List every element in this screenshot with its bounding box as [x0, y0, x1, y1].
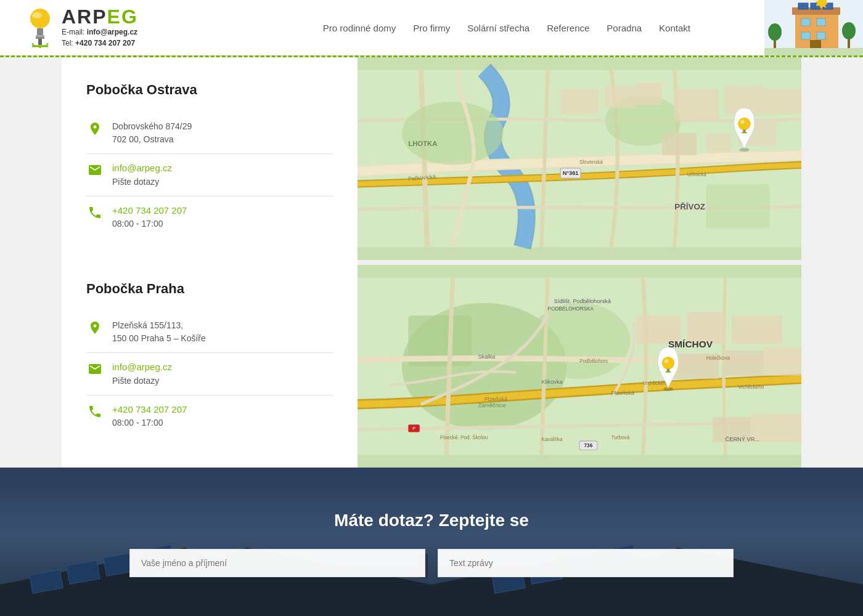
nav-item-pro-firmy[interactable]: Pro firmy: [413, 23, 450, 33]
svg-text:P: P: [412, 426, 415, 431]
map-praha-svg: Sídlišt. Podbělohorská PODBELOHORSKA Kli…: [358, 265, 801, 468]
nav-item-poradna[interactable]: Poradna: [607, 23, 642, 33]
svg-text:Plzeňská: Plzeňská: [485, 396, 508, 402]
location-icon-2: [86, 319, 104, 336]
svg-text:SMÍCHOV: SMÍCHOV: [668, 339, 713, 349]
svg-text:N°361: N°361: [563, 170, 579, 176]
main-nav: Pro rodinné domy Pro firmy Solární střec…: [175, 23, 838, 33]
svg-text:Plzeňská: Plzeňská: [611, 390, 634, 396]
nav-item-reference[interactable]: Reference: [547, 23, 589, 33]
svg-text:Učinická: Učinická: [687, 172, 706, 177]
svg-text:736: 736: [584, 443, 593, 448]
svg-point-0: [30, 9, 50, 28]
svg-text:LHOTKA: LHOTKA: [408, 140, 437, 147]
branches-panel: Pobočka Ostrava Dobrovského 874/29 702 0…: [62, 57, 358, 468]
svg-text:PŘÍVOZ: PŘÍVOZ: [674, 202, 705, 211]
svg-rect-63: [726, 351, 764, 376]
svg-point-85: [665, 359, 668, 363]
praha-phone-link[interactable]: +420 734 207 207: [112, 403, 187, 417]
svg-text:Slovenská: Slovenská: [579, 160, 603, 165]
svg-rect-4: [36, 37, 44, 39]
svg-rect-42: [662, 133, 697, 155]
svg-text:Pisecké. Pod. Školou: Pisecké. Pod. Školou: [440, 434, 488, 440]
ostrava-phone-link[interactable]: +420 734 207 207: [112, 204, 187, 218]
svg-rect-87: [666, 371, 671, 373]
svg-rect-18: [817, 32, 825, 39]
svg-text:Holečkova: Holečkova: [706, 355, 730, 361]
svg-text:Klikovka: Klikovka: [541, 379, 563, 385]
site-header: ARPEG E-mail: info@arpeg.cz Tel: +420 73…: [0, 0, 863, 55]
ostrava-email-text: info@arpeg.cz Pište dotazy: [112, 161, 172, 188]
cta-form: [129, 549, 734, 577]
ostrava-email-link[interactable]: info@arpeg.cz: [112, 161, 172, 176]
ostrava-address: Dobrovského 874/29 702 00, Ostrava: [86, 113, 333, 154]
svg-point-12: [768, 23, 782, 41]
svg-rect-64: [763, 347, 801, 376]
svg-text:Skalka: Skalka: [478, 354, 496, 360]
ostrava-phone: +420 734 207 207 08:00 - 17:00: [86, 197, 333, 238]
svg-text:ČERNÝ VR...: ČERNÝ VR...: [726, 436, 760, 442]
nav-item-solarni-strecha[interactable]: Solární střecha: [467, 23, 530, 33]
svg-text:Turbová: Turbová: [611, 435, 629, 440]
svg-text:Kavalírka: Kavalírka: [541, 437, 563, 442]
branch-ostrava: Pobočka Ostrava Dobrovského 874/29 702 0…: [86, 82, 333, 250]
email-icon-2: [86, 360, 104, 378]
svg-point-1: [32, 12, 42, 18]
phone-icon: [86, 204, 104, 221]
svg-rect-39: [763, 89, 801, 114]
praha-phone-text: +420 734 207 207 08:00 - 17:00: [112, 403, 187, 430]
nav-item-pro-rodinne-domy[interactable]: Pro rodinné domy: [323, 23, 396, 33]
svg-rect-41: [706, 133, 732, 152]
svg-rect-35: [605, 86, 636, 108]
nav-item-kontakt[interactable]: Kontakt: [659, 23, 690, 33]
svg-point-84: [662, 357, 675, 370]
praha-email: info@arpeg.cz Pište dotazy: [86, 353, 333, 395]
logo-text: ARPEG E-mail: info@arpeg.cz Tel: +420 73…: [62, 7, 138, 49]
logo-name-highlight: E: [107, 6, 121, 28]
contact-container: Pobočka Ostrava Dobrovského 874/29 702 0…: [62, 57, 801, 468]
svg-rect-16: [817, 18, 825, 26]
svg-rect-15: [801, 18, 810, 26]
praha-address-text: Plzeňská 155/113, 150 00 Praha 5 – Košíř…: [112, 319, 206, 345]
svg-rect-36: [637, 83, 662, 105]
header-email-link[interactable]: info@arpeg.cz: [87, 28, 137, 36]
svg-point-31: [402, 102, 504, 165]
svg-rect-29: [764, 48, 863, 55]
logo-icon: [25, 6, 55, 49]
ostrava-email: info@arpeg.cz Pište dotazy: [86, 154, 333, 197]
cta-name-input[interactable]: [129, 549, 425, 577]
cta-title: Máte dotaz? Zeptejte se: [334, 511, 529, 530]
cta-message-input[interactable]: [438, 549, 734, 577]
svg-rect-54: [742, 132, 746, 133]
cta-background: [0, 468, 863, 616]
svg-text:Záměčnice: Záměčnice: [478, 402, 505, 408]
ostrava-address-text: Dobrovského 874/29 702 00, Ostrava: [112, 120, 192, 146]
praha-email-text: info@arpeg.cz Pište dotazy: [112, 360, 172, 387]
maps-panel: Peřkovická Slovenská Učinická LHOTKA PŘÍ…: [358, 57, 801, 468]
svg-rect-37: [674, 89, 719, 120]
svg-rect-61: [732, 315, 782, 344]
phone-icon-2: [86, 403, 104, 420]
praha-email-link[interactable]: info@arpeg.cz: [112, 360, 172, 375]
branch-praha: Pobočka Praha Plzeňská 155/113, 150 00 P…: [86, 281, 333, 449]
header-phone-link[interactable]: +420 734 207 207: [75, 39, 135, 47]
svg-text:Podbělohors: Podbělohors: [579, 359, 608, 364]
svg-rect-34: [560, 89, 599, 114]
svg-rect-3: [36, 35, 44, 37]
praha-phone: +420 734 207 207 08:00 - 17:00: [86, 395, 333, 437]
header-illustration: [764, 0, 863, 55]
logo-area: ARPEG E-mail: info@arpeg.cz Tel: +420 73…: [25, 6, 138, 49]
svg-point-51: [738, 118, 751, 131]
praha-address: Plzeňská 155/113, 150 00 Praha 5 – Košíř…: [86, 312, 333, 353]
branch-ostrava-title: Pobočka Ostrava: [86, 82, 333, 98]
svg-text:PODBELOHORSKA: PODBELOHORSKA: [548, 306, 594, 312]
logo-name: ARPEG: [62, 7, 138, 26]
logo-contact: E-mail: info@arpeg.cz Tel: +420 734 207 …: [62, 26, 138, 49]
svg-text:Sídlišt. Podbělohorská: Sídlišt. Podbělohorská: [554, 298, 611, 304]
map-ostrava[interactable]: Peřkovická Slovenská Učinická LHOTKA PŘÍ…: [358, 57, 801, 260]
svg-text:Vrchlického: Vrchlického: [738, 384, 764, 390]
svg-rect-33: [706, 184, 770, 229]
map-praha[interactable]: Sídlišt. Podbělohorská PODBELOHORSKA Kli…: [358, 260, 801, 468]
svg-rect-17: [801, 32, 810, 39]
svg-point-28: [842, 22, 856, 39]
